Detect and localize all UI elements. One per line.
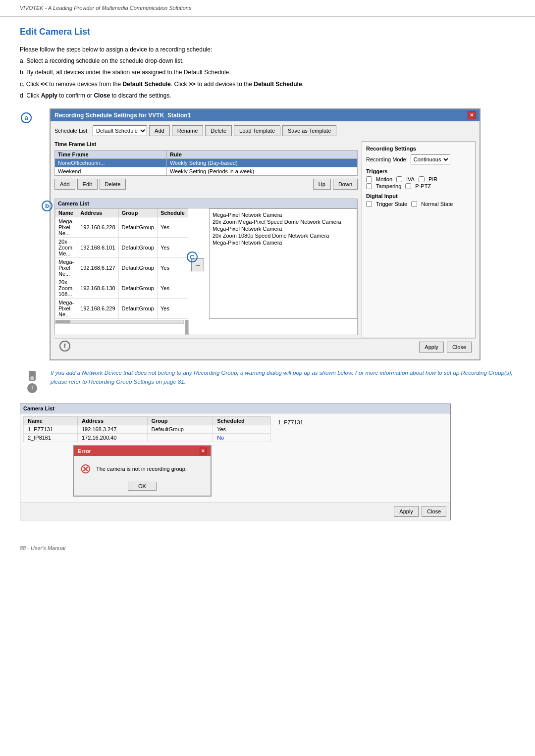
badge-f: f xyxy=(59,341,70,352)
error-titlebar: Error ✕ xyxy=(74,446,211,456)
dialog2-camera-row[interactable]: 2_IP8161172.16.200.40No xyxy=(24,433,271,442)
load-template-btn[interactable]: Load Template xyxy=(234,125,280,136)
up-btn[interactable]: Up xyxy=(313,179,331,190)
tampering-checkbox[interactable] xyxy=(366,183,372,189)
add-timeframe-btn[interactable]: Add xyxy=(54,179,75,190)
dialog2-close-btn[interactable]: Close xyxy=(422,506,446,517)
timeframe-actions: Add Edit Delete xyxy=(54,179,126,190)
dialog2-camera-row[interactable]: 1_PZ7131192.168.3.247DefaultGroupYes xyxy=(24,425,271,433)
dialog1-title: Recording Schedule Settings for VVTK_Sta… xyxy=(54,112,191,119)
triggers-section: Triggers Motion IVA PIR xyxy=(366,168,471,189)
dialog2-header: Camera List xyxy=(20,404,450,413)
camera-row[interactable]: 20x Zoom 108...192.168.6.130DefaultGroup… xyxy=(55,278,188,298)
camera-row[interactable]: Mega-Pixel Ne...192.168.6.228DefaultGrou… xyxy=(55,217,188,237)
tampering-label: Tampering xyxy=(376,183,401,189)
note-text: If you add a Network Device that does no… xyxy=(51,368,515,387)
recording-mode-row: Recording Mode: Continuous xyxy=(366,154,471,164)
note-icon: ! xyxy=(20,368,45,398)
pptz-checkbox[interactable] xyxy=(405,183,411,189)
d2-col-scheduled: Scheduled xyxy=(213,416,271,425)
note-section: ! If you add a Network Device that does … xyxy=(20,368,515,398)
camera-row[interactable]: 20x Zoom Me...192.168.6.101DefaultGroupY… xyxy=(55,237,188,257)
d2-col-name: Name xyxy=(24,416,78,425)
d2-col-address: Address xyxy=(78,416,148,425)
digital-input-label: Digital Input xyxy=(366,193,471,199)
dialog2: Camera List Name Address Group Scheduled xyxy=(20,403,451,520)
error-ok-btn[interactable]: OK xyxy=(128,482,157,491)
camera-list-header: Camera List xyxy=(55,199,357,208)
normal-state-checkbox[interactable] xyxy=(411,201,417,207)
digital-input-section: Digital Input Trigger State Normal State xyxy=(366,193,471,207)
dialog2-apply-btn[interactable]: Apply xyxy=(394,506,419,517)
save-template-btn[interactable]: Save as Template xyxy=(282,125,336,136)
timeframe-title: Time Frame List xyxy=(54,141,358,147)
instruction-intro: Please follow the steps below to assign … xyxy=(20,45,515,54)
digital-input-row: Trigger State Normal State xyxy=(366,201,471,207)
error-icon: ⊗ xyxy=(80,462,91,476)
motion-checkbox[interactable] xyxy=(366,176,372,182)
camera-row[interactable]: Mega-Pixel Ne...192.168.6.127DefaultGrou… xyxy=(55,257,188,278)
dialog1-apply-btn[interactable]: Apply xyxy=(419,342,444,353)
header-text: VIVOTEK - A Leading Provider of Multimed… xyxy=(20,5,191,11)
cam-col-name: Name xyxy=(55,208,77,217)
dialog2-camera-table: Name Address Group Scheduled 1_PZ7131192… xyxy=(23,416,271,442)
recording-settings-title: Recording Settings xyxy=(366,146,471,151)
cam-col-schedule: Schedule xyxy=(157,208,188,217)
recording-mode-select[interactable]: Continuous xyxy=(411,154,450,164)
delete-timeframe-btn[interactable]: Delete xyxy=(100,179,126,190)
dialog1-close-btn[interactable]: ✕ xyxy=(468,111,476,119)
dialog2-info-text: 1_PZ7131 xyxy=(278,419,303,425)
schedule-list-label: Schedule List: xyxy=(54,128,89,134)
dialog1-titlebar: Recording Schedule Settings for VVTK_Sta… xyxy=(51,109,480,121)
camera-row[interactable]: Mega-Pixel Ne...192.168.6.229DefaultGrou… xyxy=(55,298,188,318)
recording-settings-panel: Recording Settings Recording Mode: Conti… xyxy=(362,141,476,338)
timeframe-row[interactable]: WeekendWeekly Setting (Periods in a week… xyxy=(55,167,358,175)
instruction-b: b. By default, all devices under the sta… xyxy=(20,68,515,77)
camera-info-panel: Mega-Pixel Network Camera 20x Zoom Mega-… xyxy=(209,208,357,319)
down-btn[interactable]: Down xyxy=(333,179,358,190)
trigger-state-label: Trigger State xyxy=(376,201,407,207)
iva-checkbox[interactable] xyxy=(396,176,402,182)
cam-col-address: Address xyxy=(77,208,118,217)
pptz-label: P-PTZ xyxy=(415,183,431,189)
error-message: The camera is not in recording group. xyxy=(96,466,187,472)
error-close-btn[interactable]: ✕ xyxy=(200,448,207,454)
instructions: Please follow the steps below to assign … xyxy=(20,45,515,101)
header: VIVOTEK - A Leading Provider of Multimed… xyxy=(0,0,535,17)
add-schedule-btn[interactable]: Add xyxy=(149,125,170,136)
error-body: ⊗ The camera is not in recording group. xyxy=(74,456,211,482)
dialog2-info: 1_PZ7131 xyxy=(275,416,447,428)
triggers-row2: Tampering P-PTZ xyxy=(366,183,471,189)
svg-text:!: ! xyxy=(31,386,33,391)
edit-timeframe-btn[interactable]: Edit xyxy=(77,179,98,190)
updown-actions: Up Down xyxy=(313,179,358,190)
instruction-a: a. Select a recording schedule on the sc… xyxy=(20,56,515,66)
page-footer: 88 - User's Manual xyxy=(0,535,535,561)
dialog1-bottom-buttons: f Apply Close xyxy=(54,338,476,355)
d2-col-group: Group xyxy=(147,416,213,425)
error-title: Error xyxy=(78,448,91,454)
rule-col-header: Rule xyxy=(166,150,357,158)
timeframe-table: Time Frame Rule NoneOfficehourin...Weekl… xyxy=(54,150,358,176)
normal-state-label: Normal State xyxy=(421,201,453,207)
delete-btn[interactable]: Delete xyxy=(205,125,232,136)
rename-btn[interactable]: Rename xyxy=(172,125,204,136)
triggers-row1: Motion IVA PIR xyxy=(366,176,471,182)
timeframe-row[interactable]: NoneOfficehourin...Weekly Setting (Day-b… xyxy=(55,158,358,167)
instruction-d: d. Click Apply to confirm or Close to di… xyxy=(20,91,515,101)
error-dialog: Error ✕ ⊗ The camera is not in recording… xyxy=(73,445,212,497)
badge-a: a xyxy=(21,112,32,123)
camera-list-section: Camera List Name Address Group xyxy=(54,199,358,335)
recording-mode-label: Recording Mode: xyxy=(366,156,408,162)
instruction-c: c. Click << to remove devices from the D… xyxy=(20,80,515,89)
iva-label: IVA xyxy=(406,176,415,182)
schedule-dropdown[interactable]: Default Schedule xyxy=(93,125,147,136)
badge-b: b xyxy=(42,201,53,211)
triggers-label: Triggers xyxy=(366,168,471,174)
dialog1-close-btn[interactable]: Close xyxy=(447,342,472,353)
dialog2-bottom-buttons: Apply Close xyxy=(20,503,450,520)
footer-text: 88 - User's Manual xyxy=(20,545,65,551)
svg-point-2 xyxy=(30,376,34,380)
trigger-state-checkbox[interactable] xyxy=(366,201,372,207)
pir-checkbox[interactable] xyxy=(419,176,425,182)
